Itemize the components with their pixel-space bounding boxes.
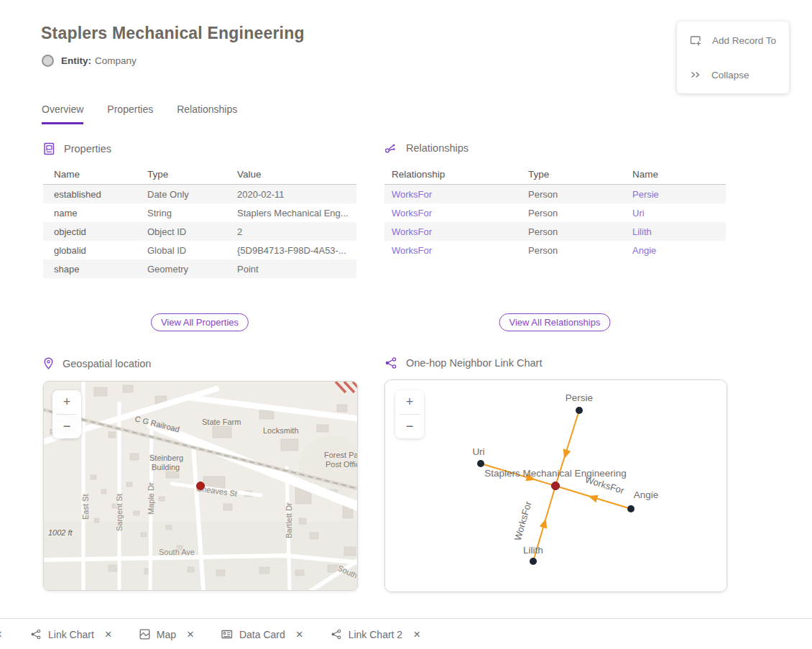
- tab-close-icon[interactable]: ×: [413, 627, 420, 642]
- relationships-table-header: Relationship Type Name: [384, 164, 726, 185]
- view-all-properties-button[interactable]: View All Properties: [151, 313, 249, 331]
- collapse-icon: [690, 69, 701, 80]
- menu-item-add-record-to[interactable]: Add Record To: [677, 24, 789, 56]
- view-tab-link-chart[interactable]: Link Chart ×: [30, 627, 112, 642]
- node-label: Angie: [634, 489, 659, 500]
- relationships-table: Relationship Type Name WorksFor Person P…: [384, 164, 726, 259]
- view-tab-label: Data Card: [239, 629, 285, 640]
- node-label: Lilith: [523, 545, 543, 556]
- properties-icon: [43, 142, 55, 155]
- map-label-poi: Steinberg: [149, 454, 183, 462]
- map-label-poi: Building: [152, 463, 180, 471]
- page-title: Staplers Mechanical Engineering: [41, 24, 305, 43]
- map-zoom-control: + −: [52, 390, 81, 438]
- map-label-poi: State Farm: [202, 418, 241, 426]
- table-row: WorksFor Person Angie: [384, 241, 726, 259]
- zoom-out-button[interactable]: −: [52, 415, 81, 438]
- view-tab-data-card[interactable]: Data Card ×: [221, 627, 303, 642]
- table-row: name String Staplers Mechanical Eng...: [43, 203, 356, 222]
- zoom-out-button[interactable]: −: [395, 415, 424, 438]
- zoom-in-button[interactable]: +: [52, 390, 81, 414]
- view-tab-bar: × Link Chart × Map ×: [0, 618, 812, 649]
- col-header-relationship: Relationship: [392, 169, 528, 180]
- center-node-label: Staplers Mechanical Engineering: [484, 468, 626, 479]
- map-label-poi: Post Offic: [326, 460, 357, 469]
- col-header-value: Value: [237, 169, 356, 180]
- section-title: Geospatial location: [63, 358, 151, 369]
- entity-label: Entity:: [61, 55, 91, 66]
- tab-close-icon[interactable]: ×: [187, 627, 194, 642]
- node-label: Uri: [472, 446, 484, 457]
- map-canvas[interactable]: rbour paedics C G Railroad State Farm Lo…: [44, 382, 357, 590]
- tab-relationships[interactable]: Relationships: [177, 103, 237, 124]
- col-header-type: Type: [528, 169, 632, 180]
- table-row: WorksFor Person Persie: [384, 185, 726, 203]
- chart-zoom-control: + −: [395, 390, 424, 438]
- section-title: Properties: [64, 143, 111, 155]
- node-label: Persie: [566, 392, 593, 403]
- view-all-relationships-button[interactable]: View All Relationships: [499, 313, 611, 331]
- map-label-street: Sargent St: [115, 494, 124, 531]
- add-record-icon: [690, 34, 702, 47]
- relationship-link[interactable]: WorksFor: [392, 245, 432, 256]
- node-angie: [627, 505, 635, 512]
- col-header-type: Type: [147, 169, 237, 180]
- data-card-icon: [221, 629, 233, 640]
- entity-link[interactable]: Angie: [632, 245, 656, 256]
- properties-table-header: Name Type Value: [43, 164, 356, 185]
- map-icon: [139, 629, 150, 640]
- link-chart-canvas[interactable]: WorksFor WorksFor Persie Uri Angie Lilit…: [385, 380, 726, 592]
- link-chart-icon: [384, 357, 397, 369]
- context-menu: Add Record To Collapse: [677, 22, 789, 93]
- relationship-link[interactable]: WorksFor: [392, 208, 432, 218]
- link-chart-icon: [331, 629, 342, 640]
- relationships-section-header: Relationships: [384, 142, 469, 154]
- table-row: WorksFor Person Uri: [384, 203, 726, 222]
- tab-properties[interactable]: Properties: [107, 103, 153, 124]
- view-tab-map[interactable]: Map ×: [139, 627, 194, 642]
- table-row: objectid Object ID 2: [43, 222, 356, 241]
- entity-type: Company: [95, 55, 137, 66]
- link-chart-section-header: One-hop Neighbor Link Chart: [384, 357, 542, 369]
- table-row: globalid Global ID {5D9B4713-F98D-4A53-.…: [43, 241, 356, 259]
- menu-item-label: Collapse: [711, 70, 749, 80]
- tab-close-icon[interactable]: ×: [105, 627, 112, 642]
- map-entity-marker[interactable]: [197, 482, 205, 490]
- section-title: One-hop Neighbor Link Chart: [406, 357, 542, 369]
- geospatial-section-header: Geospatial location: [43, 357, 151, 370]
- tab-close-icon[interactable]: ×: [0, 619, 2, 649]
- entity-symbol: [42, 55, 54, 67]
- map-label-street: Bartlett Dr: [285, 502, 293, 538]
- geospatial-map-card: rbour paedics C G Railroad State Farm Lo…: [43, 381, 358, 591]
- view-tab-link-chart-2[interactable]: Link Chart 2 ×: [331, 627, 420, 642]
- map-label-poi: Forest Par: [324, 451, 357, 459]
- menu-item-collapse[interactable]: Collapse: [677, 59, 789, 91]
- menu-item-label: Add Record To: [712, 35, 776, 46]
- entity-link[interactable]: Uri: [632, 208, 645, 218]
- link-chart-icon: [30, 629, 42, 640]
- table-row: established Date Only 2020-02-11: [43, 185, 356, 203]
- view-tab-label: Link Chart 2: [349, 629, 402, 640]
- entity-link[interactable]: Persie: [632, 189, 659, 200]
- entity-link[interactable]: Lilith: [632, 226, 652, 237]
- table-row: shape Geometry Point: [43, 259, 356, 278]
- view-tab-label: Map: [157, 629, 176, 640]
- link-chart-card: WorksFor WorksFor Persie Uri Angie Lilit…: [384, 379, 727, 592]
- map-pin-icon: [43, 357, 54, 370]
- tab-overview[interactable]: Overview: [42, 103, 83, 124]
- node-lilith: [530, 558, 537, 565]
- properties-table: Name Type Value established Date Only 20…: [43, 164, 356, 278]
- tab-bar: Overview Properties Relationships: [42, 103, 237, 124]
- tab-close-icon[interactable]: ×: [296, 627, 303, 642]
- zoom-in-button[interactable]: +: [395, 390, 424, 414]
- table-row: WorksFor Person Lilith: [384, 222, 726, 241]
- section-title: Relationships: [406, 142, 469, 154]
- view-tab-label: Link Chart: [48, 629, 94, 640]
- node-center-entity: [552, 482, 560, 490]
- map-label-street: Maple Dr: [147, 482, 155, 515]
- col-header-name: Name: [632, 169, 726, 180]
- map-label-street: South Ave: [159, 548, 195, 556]
- relationship-link[interactable]: WorksFor: [392, 189, 432, 200]
- col-header-name: Name: [54, 169, 147, 180]
- relationship-link[interactable]: WorksFor: [392, 226, 432, 237]
